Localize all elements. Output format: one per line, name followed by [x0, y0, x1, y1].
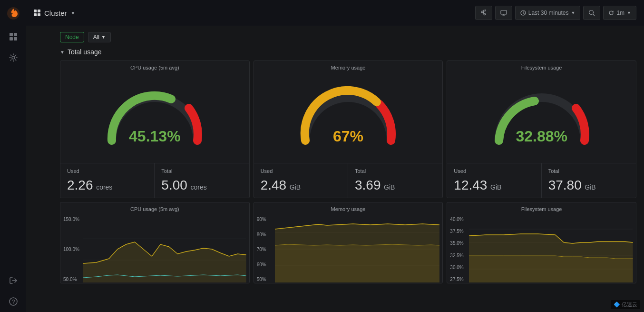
- sidebar-item-dashboard[interactable]: [0, 26, 26, 47]
- fs-y-label-2: 37.5%: [450, 229, 467, 234]
- cpu-gauge: 45.13%: [102, 86, 207, 148]
- cpu-total-value: 5.00 cores: [161, 178, 242, 193]
- all-filter-chevron: ▼: [101, 35, 106, 40]
- memory-used-cell: Used 2.48 GiB: [254, 163, 348, 198]
- memory-gauge-value: 67%: [333, 128, 363, 145]
- fs-y-label-6: 27.5%: [450, 277, 467, 282]
- filesystem-total-label: Total: [548, 168, 629, 174]
- filesystem-gauge-container: 32.88%: [447, 72, 636, 163]
- share-icon: [480, 10, 487, 16]
- sidebar-bottom: ?: [0, 270, 26, 312]
- dropdown-arrow-icon[interactable]: ▼: [71, 10, 76, 16]
- cpu-y-label-3: 50.0%: [63, 277, 81, 282]
- svg-rect-3: [10, 37, 13, 40]
- filesystem-gauge-value: 32.88%: [516, 128, 567, 145]
- tv-mode-button[interactable]: [495, 6, 512, 20]
- cpu-used-cell: Used 2.26 cores: [60, 163, 155, 198]
- filesystem-total-value-wrap: 37.80 GiB: [548, 178, 629, 193]
- time-range-label: Last 30 minutes: [528, 10, 569, 16]
- cpu-panel-title: CPU usage (5m avg): [60, 61, 249, 72]
- cpu-gauge-value: 45.13%: [129, 128, 181, 145]
- tv-icon: [500, 10, 507, 16]
- filesystem-used-cell: Used 12.43 GiB: [447, 163, 541, 198]
- filesystem-panel: Filesystem usage 32.88%: [447, 60, 636, 198]
- all-filter-label: All: [93, 34, 99, 40]
- cpu-chart-panel: CPU usage (5m avg) 150.0% 100.0% 50.0%: [60, 202, 250, 283]
- memory-used-label: Used: [261, 168, 341, 174]
- grid-icon: [34, 10, 40, 16]
- refresh-chevron: ▼: [627, 10, 631, 15]
- fs-y-label-3: 35.0%: [450, 241, 467, 246]
- filesystem-panel-title: Filesystem usage: [447, 61, 636, 72]
- memory-y-label-5: 50%: [257, 277, 273, 282]
- search-icon: [588, 10, 595, 16]
- memory-y-label-1: 90%: [257, 217, 273, 222]
- chart-panel-row: CPU usage (5m avg) 150.0% 100.0% 50.0%: [60, 202, 636, 283]
- cpu-y-label-2: 100.0%: [63, 247, 81, 252]
- memory-gauge-container: 67%: [254, 72, 443, 163]
- sidebar: ?: [0, 0, 26, 312]
- fs-y-label-5: 30.0%: [450, 265, 467, 270]
- filesystem-used-value-wrap: 12.43 GiB: [454, 178, 534, 193]
- section-header: ▼ Total usage: [60, 48, 636, 56]
- filesystem-total-cell: Total 37.80 GiB: [542, 163, 636, 198]
- filter-bar: Node All ▼: [60, 32, 636, 42]
- cpu-used-value: 2.26 cores: [67, 178, 147, 193]
- memory-y-label-4: 60%: [257, 262, 273, 267]
- cpu-chart-svg: [83, 216, 246, 282]
- filesystem-chart-svg: [469, 216, 633, 282]
- time-range-button[interactable]: Last 30 minutes ▼: [515, 6, 581, 20]
- clock-icon: [520, 10, 526, 16]
- app-logo[interactable]: [0, 0, 26, 26]
- memory-total-value-wrap: 3.69 GiB: [355, 178, 436, 193]
- cpu-used-label: Used: [67, 168, 147, 174]
- cpu-y-label-1: 150.0%: [63, 217, 81, 222]
- topbar-actions: Last 30 minutes ▼ 1m ▼: [475, 6, 636, 20]
- sidebar-item-help[interactable]: ?: [0, 291, 26, 312]
- memory-total-cell: Total 3.69 GiB: [348, 163, 442, 198]
- gauge-panel-row: CPU usage (5m avg) 45.13%: [60, 60, 636, 198]
- filesystem-chart-panel: Filesystem usage 40.0% 37.5% 35.0% 32.5%…: [447, 202, 636, 283]
- memory-y-label-3: 70%: [257, 247, 273, 252]
- search-button[interactable]: [583, 6, 600, 20]
- refresh-button[interactable]: 1m ▼: [603, 6, 636, 20]
- memory-y-label-2: 80%: [257, 232, 273, 237]
- sidebar-item-settings[interactable]: [0, 47, 26, 68]
- fs-y-label-4: 32.5%: [450, 253, 467, 258]
- all-filter-dropdown[interactable]: All ▼: [88, 32, 111, 42]
- topbar-title: Cluster ▼: [34, 9, 75, 17]
- memory-chart-svg: [275, 216, 440, 282]
- svg-rect-1: [10, 33, 13, 36]
- fs-y-label-1: 40.0%: [450, 217, 467, 222]
- svg-point-5: [12, 56, 15, 59]
- cpu-panel: CPU usage (5m avg) 45.13%: [60, 60, 250, 198]
- svg-marker-30: [469, 256, 633, 282]
- filesystem-chart-title: Filesystem usage: [447, 202, 636, 214]
- topbar: Cluster ▼ Last 30 minutes: [26, 0, 644, 26]
- refresh-icon: [608, 10, 614, 16]
- cpu-gauge-container: 45.13%: [60, 72, 249, 163]
- svg-rect-4: [14, 37, 17, 40]
- section-chevron-icon: ▼: [60, 50, 65, 55]
- refresh-interval-label: 1m: [616, 10, 624, 16]
- svg-rect-8: [501, 10, 507, 14]
- watermark: 🔷 亿速云: [611, 300, 640, 309]
- memory-panel: Memory usage 67%: [254, 60, 443, 198]
- sidebar-item-signin[interactable]: [0, 270, 26, 291]
- memory-used-value-wrap: 2.48 GiB: [261, 178, 341, 193]
- svg-marker-22: [275, 244, 440, 282]
- memory-chart-title: Memory usage: [254, 202, 443, 214]
- section-title: Total usage: [68, 48, 102, 56]
- share-button[interactable]: [475, 6, 492, 20]
- cpu-total-cell: Total 5.00 cores: [155, 163, 249, 198]
- time-range-chevron: ▼: [571, 10, 575, 15]
- memory-gauge: 67%: [296, 86, 400, 148]
- node-filter-button[interactable]: Node: [60, 32, 84, 42]
- filesystem-chart-y-labels: 40.0% 37.5% 35.0% 32.5% 30.0% 27.5%: [450, 216, 469, 283]
- memory-total-label: Total: [355, 168, 436, 174]
- memory-chart-y-labels: 90% 80% 70% 60% 50%: [257, 216, 275, 283]
- filesystem-used-label: Used: [454, 168, 534, 174]
- memory-panel-title: Memory usage: [254, 61, 443, 72]
- svg-text:?: ?: [11, 299, 15, 305]
- filesystem-gauge: 32.88%: [489, 86, 594, 148]
